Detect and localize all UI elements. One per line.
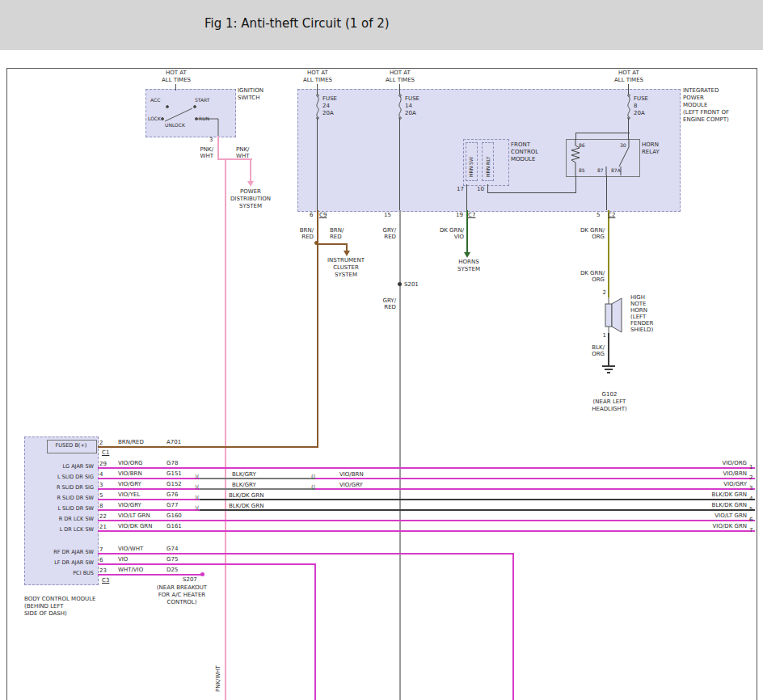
wire-brn-red	[317, 210, 318, 448]
hrn-sw-label: HRN SW	[468, 157, 474, 177]
ignition-switch-label: SWITCH	[238, 95, 259, 101]
horns-system-label: HORNS	[445, 259, 493, 265]
fcm-pin-17: 17	[457, 186, 464, 192]
wire-vio-gry	[98, 509, 200, 511]
wire-vio-gry	[315, 488, 755, 490]
wire-name-label: BLK/DK GRN	[663, 491, 747, 498]
fuse-24-label: 20A	[322, 110, 334, 116]
wire-name-label: VIO/LT GRN	[663, 512, 747, 519]
fcm-name-label: CONTROL	[511, 149, 538, 155]
wire-brn-red	[346, 243, 348, 251]
fcm-pin-10: 10	[477, 186, 484, 192]
wire-blk-org	[608, 333, 609, 365]
wire-dkgrn-org	[608, 210, 609, 297]
splice-s207-label: CONTROL)	[150, 599, 214, 605]
circuit-label: G76	[167, 491, 178, 498]
wire-segment	[399, 84, 400, 95]
wire-blk-dkgrn	[200, 499, 755, 500]
bcm-row-label: L SLID DR SIG	[23, 474, 94, 481]
bcm-caption: BODY CONTROL MODULE	[24, 596, 96, 602]
wire-segment	[628, 84, 629, 95]
power-distribution-label: SYSTEM	[218, 203, 283, 209]
inline-connector-icon: )(	[195, 505, 199, 512]
wire-color-label: GRY/	[373, 227, 396, 234]
wire-name-label: WHT/VIO	[118, 567, 143, 573]
switch-pos-unlock: UNLOCK	[165, 122, 185, 128]
wire-name-label: VIO/GRY	[118, 481, 141, 487]
splice-dot-s207	[200, 572, 204, 576]
right-pin: 7	[749, 527, 752, 533]
connector-c3: C3	[102, 577, 109, 584]
wire-segment	[175, 84, 176, 91]
power-distribution-label: DISTRIBUTION	[218, 196, 283, 202]
wire-name-label: BRN/RED	[118, 439, 144, 445]
arrow-down-icon	[247, 181, 254, 187]
horn-pin-1: 1	[595, 332, 606, 339]
fuse-8-icon	[626, 94, 632, 120]
ipm-name-label: ENGINE COMPT)	[683, 116, 729, 123]
hot-at-label: HOT AT	[380, 70, 420, 76]
bcm-row-label: L SLID DR SW	[23, 506, 94, 512]
wire-vio	[314, 563, 316, 700]
instrument-cluster-label: INSTRUMENT	[314, 257, 378, 264]
wire-vio-brn	[98, 478, 200, 479]
wire-color-label: PNK/	[189, 146, 213, 153]
wire-pnk-wht-long	[225, 158, 226, 700]
wire-name-label: BLK/GRY	[232, 471, 256, 478]
hot-at-label: ALL TIMES	[156, 77, 196, 83]
splice-s201-label: S201	[404, 281, 419, 288]
wire-name-label: VIO/WHT	[118, 546, 143, 552]
ipm-pin-5: 5	[596, 212, 600, 218]
wire-segment	[575, 133, 630, 133]
fuse-14-label: 14	[405, 103, 412, 109]
ignition-switch-icon	[145, 89, 234, 136]
wire-segment	[399, 118, 400, 210]
hot-at-label: HOT AT	[297, 70, 338, 76]
connector-c2: C2	[608, 212, 615, 218]
wire-name-label: VIO/GRY	[339, 482, 363, 488]
wire-segment	[487, 192, 576, 193]
high-note-horn-label: SHIELD)	[630, 327, 653, 333]
hot-at-label: ALL TIMES	[609, 77, 649, 83]
fcm-name-label: FRONT	[511, 141, 530, 148]
bcm-row-label: R SLID DR SW	[23, 495, 94, 502]
wire-color-label: GRY/	[373, 297, 396, 304]
wire-name-label: VIO/BRN	[118, 470, 142, 477]
high-note-horn-icon	[600, 297, 627, 333]
bcm-pin: 5	[99, 492, 103, 499]
right-pin: 6	[749, 517, 752, 523]
bcm-pin: 4	[99, 471, 103, 478]
wire-segment	[575, 133, 576, 140]
connector-c1: C1	[102, 449, 109, 456]
circuit-label: G74	[167, 546, 178, 552]
wire-name-label: VIO/YEL	[118, 491, 140, 498]
relay-pin-87a: 87A	[611, 167, 621, 173]
wire-color-label: BRN/	[330, 227, 344, 234]
wire-color-label: WHT	[189, 153, 213, 159]
wire-pnk-wht	[217, 136, 219, 160]
ipm-pin-19: 19	[456, 212, 463, 218]
wire-name-label: BLK/DK GRN	[663, 502, 747, 508]
bcm-row-label: LF DR AJAR SW	[23, 560, 94, 567]
bcm-row-label: RF DR AJAR SW	[23, 550, 94, 556]
hot-at-label: HOT AT	[609, 70, 649, 76]
right-pin: 1	[749, 464, 752, 470]
switch-pos-lock: LOCK	[148, 116, 161, 121]
circuit-label: G160	[167, 512, 182, 519]
wire-segment	[317, 84, 318, 95]
wire-name-label: VIO/DK GRN	[118, 523, 152, 529]
bcm-row-label: R DR LCK SW	[23, 517, 94, 523]
wire-segment	[628, 133, 629, 140]
high-note-horn-label: HIGH	[630, 294, 645, 301]
wire-segment	[575, 175, 576, 193]
relay-pin-85: 85	[579, 167, 585, 173]
wire-vio	[98, 563, 316, 565]
wire-vio-wht	[98, 553, 514, 555]
fuse-14-label: 20A	[405, 110, 416, 116]
wire-name-label: VIO/LT GRN	[118, 512, 150, 519]
wire-color-label: DK GRN/	[572, 270, 605, 276]
circuit-label: G75	[167, 556, 178, 563]
hrn-rly-label: HRN RLY	[485, 157, 491, 177]
wire-color-label: PNK/	[236, 146, 249, 153]
horn-pin-2: 2	[595, 289, 606, 296]
